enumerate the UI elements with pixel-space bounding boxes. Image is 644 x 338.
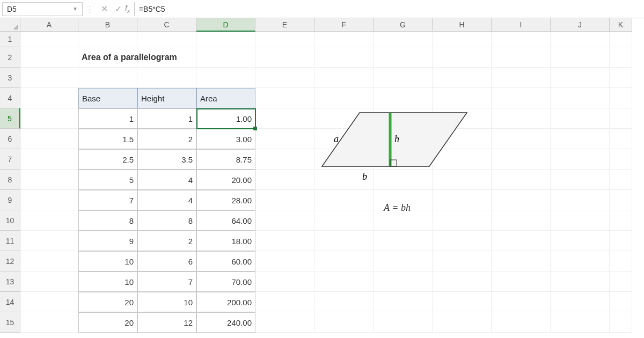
cell-B8[interactable]: 5 <box>78 170 137 190</box>
col-header-B[interactable]: B <box>78 18 137 32</box>
cell-H15[interactable] <box>433 312 492 333</box>
row-header-10[interactable]: 10 <box>0 210 20 231</box>
cell-E15[interactable] <box>255 312 314 333</box>
cell-D13[interactable]: 70.00 <box>196 271 255 292</box>
cell-B15[interactable]: 20 <box>78 312 137 333</box>
cell-J6[interactable] <box>551 129 610 149</box>
cell-H3[interactable] <box>433 68 492 88</box>
col-header-J[interactable]: J <box>551 18 610 32</box>
cell-H2[interactable] <box>433 47 492 68</box>
cell-E2[interactable] <box>255 47 314 68</box>
cell-F15[interactable] <box>314 312 374 333</box>
cell-J3[interactable] <box>551 68 610 88</box>
cell-A8[interactable] <box>20 170 78 190</box>
cell-G11[interactable] <box>374 231 433 251</box>
cell-J13[interactable] <box>551 271 610 292</box>
cell-E8[interactable] <box>255 170 314 190</box>
cell-J12[interactable] <box>551 251 610 271</box>
cell-F14[interactable] <box>314 292 374 312</box>
cell-C10[interactable]: 8 <box>137 210 196 231</box>
cell-C11[interactable]: 2 <box>137 231 196 251</box>
cell-J5[interactable] <box>551 108 610 129</box>
cell-F11[interactable] <box>314 231 374 251</box>
cell-J4[interactable] <box>551 88 610 108</box>
cell-I2[interactable] <box>492 47 551 68</box>
cell-A7[interactable] <box>20 149 78 170</box>
cell-C5[interactable]: 1 <box>137 108 196 129</box>
row-header-2[interactable]: 2 <box>0 47 20 68</box>
cell-J15[interactable] <box>551 312 610 333</box>
cell-G3[interactable] <box>374 68 433 88</box>
col-header-H[interactable]: H <box>433 18 492 32</box>
cell-I1[interactable] <box>492 32 551 47</box>
cell-K12[interactable] <box>610 251 632 271</box>
cell-E13[interactable] <box>255 271 314 292</box>
cell-E12[interactable] <box>255 251 314 271</box>
cell-A3[interactable] <box>20 68 78 88</box>
cell-B14[interactable]: 20 <box>78 292 137 312</box>
cell-J10[interactable] <box>551 210 610 231</box>
col-header-I[interactable]: I <box>492 18 551 32</box>
cell-G1[interactable] <box>374 32 433 47</box>
select-all-corner[interactable] <box>0 18 20 32</box>
cell-H13[interactable] <box>433 271 492 292</box>
cell-D4[interactable]: Area <box>196 88 255 108</box>
cell-C8[interactable]: 4 <box>137 170 196 190</box>
cell-F3[interactable] <box>314 68 374 88</box>
cell-J14[interactable] <box>551 292 610 312</box>
cell-A9[interactable] <box>20 190 78 210</box>
cell-K6[interactable] <box>610 129 632 149</box>
cell-D12[interactable]: 60.00 <box>196 251 255 271</box>
row-header-11[interactable]: 11 <box>0 231 20 251</box>
cell-H12[interactable] <box>433 251 492 271</box>
cell-J1[interactable] <box>551 32 610 47</box>
cell-D11[interactable]: 18.00 <box>196 231 255 251</box>
cell-K11[interactable] <box>610 231 632 251</box>
cell-A1[interactable] <box>20 32 78 47</box>
cell-G14[interactable] <box>374 292 433 312</box>
row-header-14[interactable]: 14 <box>0 292 20 312</box>
fx-icon[interactable]: fx <box>125 4 130 14</box>
cell-C7[interactable]: 3.5 <box>137 149 196 170</box>
chevron-down-icon[interactable]: ▼ <box>72 6 78 12</box>
cell-A12[interactable] <box>20 251 78 271</box>
cell-I12[interactable] <box>492 251 551 271</box>
cell-K1[interactable] <box>610 32 632 47</box>
cell-B9[interactable]: 7 <box>78 190 137 210</box>
cell-I15[interactable] <box>492 312 551 333</box>
cell-E7[interactable] <box>255 149 314 170</box>
row-header-4[interactable]: 4 <box>0 88 20 108</box>
cell-A11[interactable] <box>20 231 78 251</box>
col-header-K[interactable]: K <box>610 18 632 32</box>
cell-E4[interactable] <box>255 88 314 108</box>
cell-C15[interactable]: 12 <box>137 312 196 333</box>
cell-C4[interactable]: Height <box>137 88 196 108</box>
cell-I4[interactable] <box>492 88 551 108</box>
cell-C9[interactable]: 4 <box>137 190 196 210</box>
cell-K14[interactable] <box>610 292 632 312</box>
cell-I9[interactable] <box>492 190 551 210</box>
cell-A13[interactable] <box>20 271 78 292</box>
col-header-G[interactable]: G <box>374 18 433 32</box>
col-header-C[interactable]: C <box>137 18 196 32</box>
cancel-icon[interactable]: ✕ <box>97 4 111 14</box>
cell-A14[interactable] <box>20 292 78 312</box>
cell-I7[interactable] <box>492 149 551 170</box>
cell-E11[interactable] <box>255 231 314 251</box>
cell-C14[interactable]: 10 <box>137 292 196 312</box>
cell-D9[interactable]: 28.00 <box>196 190 255 210</box>
cell-I6[interactable] <box>492 129 551 149</box>
cell-D2[interactable] <box>196 47 255 68</box>
row-header-3[interactable]: 3 <box>0 68 20 88</box>
cell-I8[interactable] <box>492 170 551 190</box>
cell-B2[interactable]: Area of a parallelogram <box>78 47 137 68</box>
cell-E10[interactable] <box>255 210 314 231</box>
row-header-15[interactable]: 15 <box>0 312 20 333</box>
cell-E5[interactable] <box>255 108 314 129</box>
cell-J8[interactable] <box>551 170 610 190</box>
cell-I3[interactable] <box>492 68 551 88</box>
cell-K2[interactable] <box>610 47 632 68</box>
cell-B12[interactable]: 10 <box>78 251 137 271</box>
row-header-9[interactable]: 9 <box>0 190 20 210</box>
cell-C1[interactable] <box>137 32 196 47</box>
